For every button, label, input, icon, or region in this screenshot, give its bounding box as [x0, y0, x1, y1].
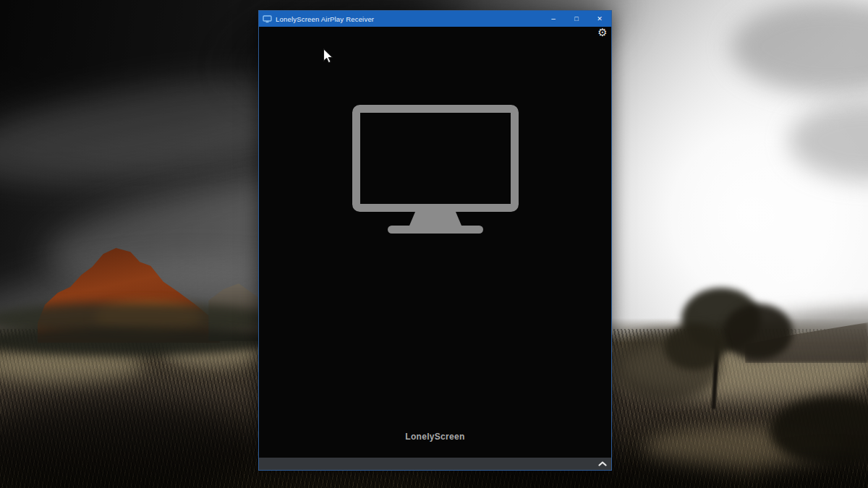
lonelyscreen-window: LonelyScreen AirPlay Receiver – □ ✕ ⚙ Lo… [258, 10, 612, 471]
wallpaper-tree [723, 304, 793, 360]
close-button[interactable]: ✕ [588, 11, 611, 27]
settings-gear-icon[interactable]: ⚙ [596, 26, 609, 39]
bottom-panel-bar[interactable] [259, 458, 611, 470]
tv-icon [352, 105, 519, 238]
app-monitor-icon [263, 15, 272, 23]
window-title: LonelyScreen AirPlay Receiver [276, 15, 542, 23]
brand-label: LonelyScreen [259, 432, 611, 442]
chevron-up-icon[interactable] [598, 461, 607, 466]
arrow-cursor-icon [323, 48, 334, 64]
minimize-button[interactable]: – [542, 11, 565, 27]
wallpaper-tree [664, 324, 725, 370]
window-titlebar[interactable]: LonelyScreen AirPlay Receiver – □ ✕ [259, 11, 611, 27]
window-content: ⚙ LonelyScreen [259, 27, 611, 458]
maximize-button[interactable]: □ [565, 11, 588, 27]
